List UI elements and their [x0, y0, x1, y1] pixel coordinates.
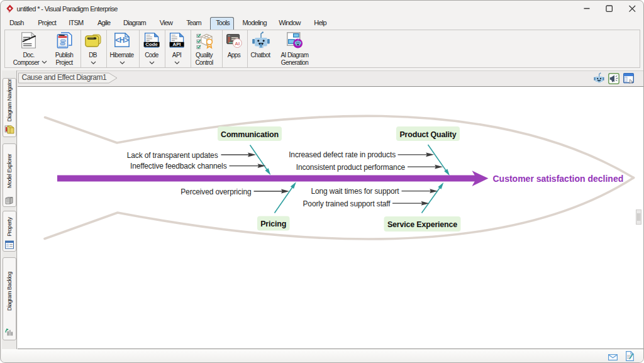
- svg-text:Property: Property: [6, 216, 13, 236]
- svg-text:Ineffective feedback channels: Ineffective feedback channels: [130, 162, 227, 170]
- svg-text:Lack of transparent updates: Lack of transparent updates: [127, 151, 218, 160]
- svg-text:Service Experience: Service Experience: [387, 220, 457, 229]
- svg-text:Perceived overpricing: Perceived overpricing: [180, 187, 251, 196]
- svg-text:Diagram Backlog: Diagram Backlog: [6, 272, 13, 311]
- svg-text:Model Explorer: Model Explorer: [6, 154, 13, 188]
- svg-text:Communication: Communication: [221, 130, 279, 139]
- svg-text:Increased defect rate in produ: Increased defect rate in products: [289, 150, 396, 159]
- svg-text:Code: Code: [145, 42, 158, 47]
- svg-text:<H>: <H>: [115, 36, 129, 45]
- svg-text:Diagram Navigator: Diagram Navigator: [6, 79, 13, 121]
- svg-text:AI: AI: [235, 40, 240, 46]
- svg-text:Poorly trained support staff: Poorly trained support staff: [303, 199, 391, 208]
- svg-text:Product Quality: Product Quality: [399, 130, 456, 139]
- svg-text:Inconsistent product performan: Inconsistent product performance: [296, 163, 406, 172]
- svg-text:Pricing: Pricing: [260, 220, 286, 228]
- svg-text:Long wait times for support: Long wait times for support: [311, 187, 399, 196]
- svg-text:API: API: [173, 42, 181, 47]
- svg-text:Customer satisfaction declined: Customer satisfaction declined: [493, 174, 624, 184]
